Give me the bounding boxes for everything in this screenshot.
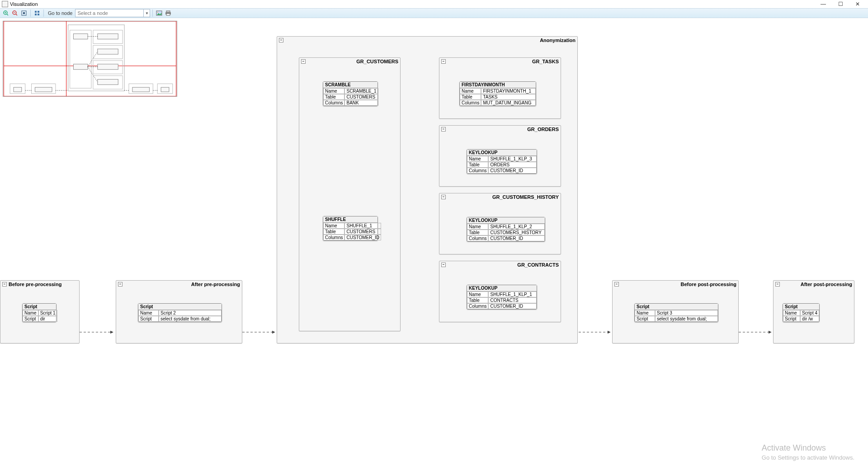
node-row: NameSHUFFLE_1_KLP_3 [467,156,537,162]
zoom-in-icon[interactable] [2,9,10,17]
diagram-canvas[interactable]: − Anonymization − GR_CUSTOMERS SCRAMBLE … [0,18,868,470]
node-row: NameScript 1 [23,310,57,316]
collapse-icon[interactable]: − [118,282,123,287]
group-before-pre[interactable]: − Before pre-processing Script NameScrip… [0,280,80,343]
zoom-out-icon[interactable] [11,9,19,17]
group-gr-tasks[interactable]: − GR_TASKS FIRSTDAYINMONTH NameFIRSTDAYI… [439,57,561,119]
svg-line-44 [88,67,98,82]
row-key: Name [467,224,488,230]
node-script-2[interactable]: Script NameScript 2Scriptselect sysdate … [138,303,222,322]
node-row: NameScript 3 [635,310,718,316]
collapse-icon[interactable]: − [441,263,446,267]
row-key: Table [323,94,344,100]
node-klp1[interactable]: KEYLOOKUP NameSHUFFLE_1_KLP_1TableCONTRA… [467,285,537,310]
node-header: KEYLOOKUP [467,150,537,156]
node-klp3[interactable]: KEYLOOKUP NameSHUFFLE_1_KLP_3TableORDERS… [467,149,537,174]
chevron-down-icon[interactable]: ▼ [143,9,150,17]
node-row: NameSCRAMBLE_1 [323,88,378,94]
row-value: Script 3 [655,310,718,316]
node-combo-input[interactable] [75,9,143,17]
node-combobox[interactable]: ▼ [75,9,150,17]
group-gr-customers[interactable]: − GR_CUSTOMERS SCRAMBLE NameSCRAMBLE_1Ta… [299,57,401,331]
row-value: CONTRACTS [488,297,537,303]
node-rows: NameScript 2Scriptselect sysdate from du… [138,310,222,322]
group-after-pre[interactable]: − After pre-processing Script NameScript… [116,280,242,343]
svg-line-5 [16,14,17,15]
collapse-icon[interactable]: − [301,59,306,64]
node-scramble[interactable]: SCRAMBLE NameSCRAMBLE_1TableCUSTOMERSCol… [323,81,378,106]
row-value: FIRSTDAYINMONTH_1 [481,88,536,94]
group-gr-customers-history[interactable]: − GR_CUSTOMERS_HISTORY KEYLOOKUP NameSHU… [439,193,561,254]
row-key: Table [323,229,344,235]
node-script-4[interactable]: Script NameScript 4Scriptdir /w [783,303,820,322]
row-value: CUSTOMERS [344,94,378,100]
node-klp2[interactable]: KEYLOOKUP NameSHUFFLE_1_KLP_2TableCUSTOM… [467,217,545,242]
layout-icon[interactable] [33,9,41,17]
goto-label: Go to node [48,10,72,16]
row-value: CUSTOMER_ID [488,303,537,309]
collapse-icon[interactable]: − [775,282,780,287]
group-title: Before post-processing [621,282,736,287]
node-script-3[interactable]: Script NameScript 3Scriptselect sysdate … [634,303,718,322]
svg-rect-20 [4,21,176,96]
row-key: Table [467,162,488,168]
collapse-icon[interactable]: − [441,59,446,64]
node-rows: NameScript 3Scriptselect sysdate from du… [635,310,718,322]
window-title: Visualization [10,1,38,7]
node-header: KEYLOOKUP [467,217,545,224]
minimap[interactable] [3,21,177,97]
row-key: Name [635,310,655,316]
node-header: Script [138,304,222,310]
group-before-post[interactable]: − Before post-processing Script NameScri… [612,280,739,343]
collapse-icon[interactable]: − [441,127,446,132]
collapse-icon[interactable]: − [2,282,7,287]
node-header: Script [635,304,718,310]
row-value: CUSTOMER_ID [488,235,545,241]
row-key: Script [23,316,38,322]
group-anonymization[interactable]: − Anonymization − GR_CUSTOMERS SCRAMBLE … [277,36,578,343]
row-key: Table [467,297,488,303]
node-rows: NameSHUFFLE_1TableCUSTOMERSColumnsCUSTOM… [323,223,381,240]
node-firstday[interactable]: FIRSTDAYINMONTH NameFIRSTDAYINMONTH_1Tab… [459,81,536,106]
group-gr-contracts[interactable]: − GR_CONTRACTS KEYLOOKUP NameSHUFFLE_1_K… [439,261,561,322]
node-row: NameFIRSTDAYINMONTH_1 [460,88,536,94]
collapse-icon[interactable]: − [279,38,283,42]
maximize-button[interactable]: ☐ [832,0,849,8]
row-value: SHUFFLE_1 [344,223,381,229]
node-script-1[interactable]: Script NameScript 1Scriptdir [22,303,57,322]
node-row: ColumnsBANK [323,100,378,106]
row-key: Name [323,223,344,229]
image-icon[interactable] [155,9,163,17]
row-value: dir /w [800,316,819,322]
row-value: ORDERS [488,162,537,168]
node-rows: NameSHUFFLE_1_KLP_3TableORDERSColumnsCUS… [467,156,537,174]
group-after-post[interactable]: − After post-processing Script NameScrip… [773,280,854,343]
group-title: GR_ORDERS [448,127,559,132]
title-bar: Visualization — ☐ ✕ [0,0,868,8]
svg-line-1 [7,14,8,15]
collapse-icon[interactable]: − [441,195,446,199]
row-value: SHUFFLE_1_KLP_3 [488,156,537,162]
group-title: GR_CONTRACTS [448,262,559,268]
close-button[interactable]: ✕ [849,0,866,8]
svg-rect-11 [35,14,37,15]
zoom-fit-icon[interactable] [20,9,28,17]
node-row: ColumnsCUSTOMER_ID [323,235,381,240]
node-row: NameSHUFFLE_1_KLP_1 [467,291,537,297]
toolbar: Go to node ▼ [0,8,868,18]
node-row: NameSHUFFLE_1 [323,223,381,229]
node-row: ColumnsCUSTOMER_ID [467,168,537,174]
group-title: After post-processing [782,282,852,287]
node-row: Scriptselect sysdate from dual; [138,316,222,322]
row-key: Table [460,94,481,100]
node-shuffle[interactable]: SHUFFLE NameSHUFFLE_1TableCUSTOMERSColum… [323,216,378,241]
minimize-button[interactable]: — [815,0,832,8]
node-rows: NameSCRAMBLE_1TableCUSTOMERSColumnsBANK [323,88,378,106]
row-value: BANK [344,100,378,106]
collapse-icon[interactable]: − [614,282,619,287]
node-row: ColumnsCUSTOMER_ID [467,303,537,309]
print-icon[interactable] [164,9,172,17]
group-gr-orders[interactable]: − GR_ORDERS KEYLOOKUP NameSHUFFLE_1_KLP_… [439,125,561,187]
svg-rect-32 [98,79,118,85]
svg-rect-29 [98,34,118,39]
